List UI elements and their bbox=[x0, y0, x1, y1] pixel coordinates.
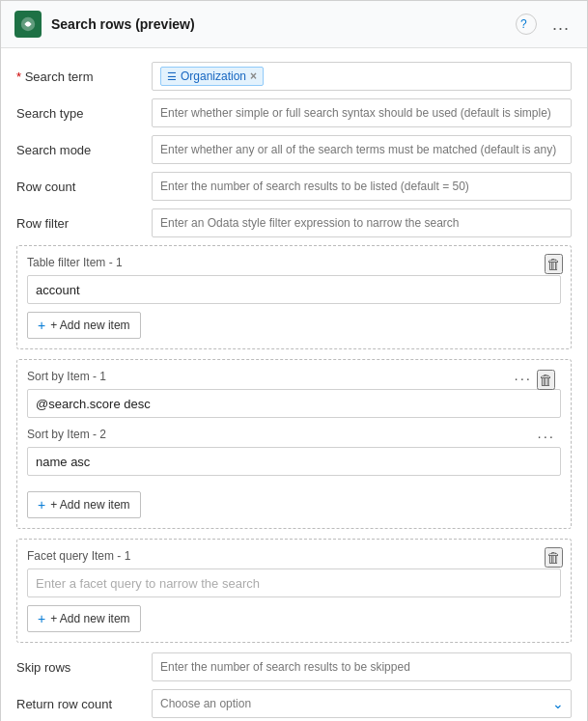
sort-item-2: Sort by Item - 2 ··· bbox=[27, 428, 561, 476]
search-type-row: Search type bbox=[16, 98, 572, 127]
facet-query-input[interactable] bbox=[27, 568, 561, 597]
dialog-title: Search rows (preview) bbox=[51, 16, 506, 32]
sort-item-1-input[interactable] bbox=[27, 389, 561, 418]
title-bar: Search rows (preview) ? ... bbox=[1, 1, 587, 48]
table-filter-section: Table filter Item - 1 🗑 + + Add new item bbox=[16, 245, 572, 349]
skip-rows-label: Skip rows bbox=[16, 660, 152, 675]
facet-query-label: Facet query Item - 1 bbox=[27, 549, 561, 563]
sort-item-1-label: Sort by Item - 1 bbox=[27, 370, 561, 383]
facet-add-icon: + bbox=[38, 611, 45, 626]
row-count-label: Row count bbox=[16, 180, 152, 194]
return-row-count-row: Return row count Choose an option true f… bbox=[16, 689, 572, 718]
sort-item-1: Sort by Item - 1 ··· 🗑 bbox=[27, 370, 561, 418]
tag-close-button[interactable]: × bbox=[250, 69, 257, 83]
sort-item-2-more-button[interactable]: ··· bbox=[537, 428, 555, 444]
table-filter-label: Table filter Item - 1 bbox=[27, 256, 561, 269]
search-term-row: Search term ☰ Organization × bbox=[16, 62, 572, 91]
table-filter-input[interactable] bbox=[27, 275, 561, 304]
sort-item-1-more-button[interactable]: ··· bbox=[514, 370, 532, 386]
sort-add-button[interactable]: + + Add new item bbox=[27, 491, 141, 518]
tag-icon: ☰ bbox=[167, 70, 177, 83]
form-content: Search term ☰ Organization × Search type… bbox=[1, 48, 587, 721]
row-count-input[interactable] bbox=[152, 172, 572, 201]
search-type-label: Search type bbox=[16, 106, 152, 121]
facet-add-button[interactable]: + + Add new item bbox=[27, 605, 141, 632]
sort-add-icon: + bbox=[38, 497, 45, 513]
sort-by-section: Sort by Item - 1 ··· 🗑 Sort by Item - 2 … bbox=[16, 359, 572, 529]
app-logo bbox=[14, 11, 42, 38]
table-filter-delete-button[interactable]: 🗑 bbox=[545, 254, 563, 274]
search-mode-label: Search mode bbox=[16, 143, 152, 157]
more-options-button[interactable]: ... bbox=[548, 13, 574, 37]
add-icon: + bbox=[38, 318, 45, 333]
facet-query-delete-button[interactable]: 🗑 bbox=[545, 547, 563, 568]
row-count-row: Row count bbox=[16, 172, 572, 201]
row-filter-label: Row filter bbox=[16, 216, 152, 231]
tag-text: Organization bbox=[181, 69, 246, 83]
add-new-item-label-3: + Add new item bbox=[50, 612, 129, 625]
search-rows-dialog: Search rows (preview) ? ... Search term … bbox=[0, 0, 588, 721]
search-term-input-box[interactable]: ☰ Organization × bbox=[152, 62, 572, 91]
skip-rows-input[interactable] bbox=[152, 652, 572, 681]
search-type-input[interactable] bbox=[152, 98, 572, 127]
row-filter-input[interactable] bbox=[152, 208, 572, 237]
search-term-tag: ☰ Organization × bbox=[160, 67, 264, 86]
search-term-label: Search term bbox=[16, 69, 152, 84]
return-row-count-select[interactable]: Choose an option true false bbox=[152, 689, 572, 718]
return-row-count-label: Return row count bbox=[16, 697, 152, 711]
sort-item-2-input[interactable] bbox=[27, 447, 561, 476]
sort-item-2-label: Sort by Item - 2 bbox=[27, 428, 561, 441]
help-button[interactable]: ? bbox=[516, 14, 537, 35]
facet-query-section: Facet query Item - 1 🗑 + + Add new item bbox=[16, 539, 572, 643]
table-filter-add-button[interactable]: + + Add new item bbox=[27, 312, 141, 339]
search-mode-input[interactable] bbox=[152, 135, 572, 164]
add-new-item-label-2: + Add new item bbox=[50, 498, 129, 512]
sort-item-1-delete-button[interactable]: 🗑 bbox=[537, 370, 555, 390]
search-mode-row: Search mode bbox=[16, 135, 572, 164]
add-new-item-label-1: + Add new item bbox=[50, 319, 129, 332]
skip-rows-row: Skip rows bbox=[16, 652, 572, 681]
title-bar-actions: ? ... bbox=[516, 13, 574, 37]
return-row-count-wrapper: Choose an option true false ⌄ bbox=[152, 689, 572, 718]
row-filter-row: Row filter bbox=[16, 208, 572, 237]
